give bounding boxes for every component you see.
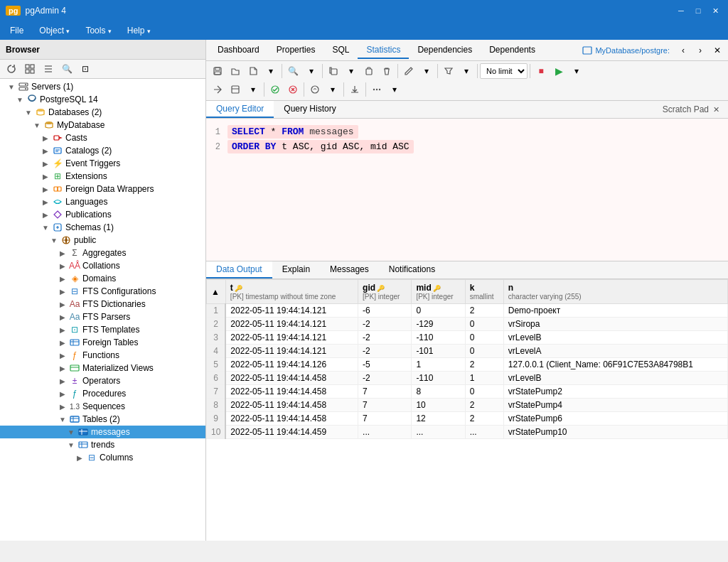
tree-item-procedures[interactable]: ▶ ƒ Procedures (0, 387, 205, 400)
tree-item-servers[interactable]: ▼ Servers (1) (0, 80, 205, 93)
toolbar-open-btn[interactable] (227, 63, 244, 80)
no-limit-select[interactable]: No limit 100 500 1000 (480, 63, 528, 79)
tab-dashboard[interactable]: Dashboard (209, 42, 268, 59)
tree-item-public[interactable]: ▼ public (0, 234, 205, 247)
toolbar-filter-btn[interactable] (440, 63, 457, 80)
results-tab-explain[interactable]: Explain (272, 261, 320, 279)
col-header-gid[interactable]: gid🔑 [PK] integer (358, 280, 412, 304)
results-tab-data[interactable]: Data Output (206, 261, 272, 279)
toolbar-row2-btn1[interactable] (209, 81, 226, 98)
tree-item-fts-dict[interactable]: ▶ Aa FTS Dictionaries (0, 298, 205, 310)
tree-item-extensions[interactable]: ▶ ⊞ Extensions (0, 170, 205, 183)
tree-toggle[interactable]: ▶ (57, 403, 68, 411)
tree-toggle[interactable]: ▼ (65, 428, 77, 436)
tree-toggle[interactable]: ▶ (40, 198, 51, 206)
tree-toggle[interactable]: ▼ (6, 83, 17, 91)
tree-toggle[interactable]: ▶ (74, 454, 85, 462)
tree-item-sequences[interactable]: ▶ 1.3 Sequences (0, 400, 205, 413)
toolbar-filter-dropdown[interactable]: ▾ (458, 63, 475, 80)
tree-item-schemas[interactable]: ▼ Schemas (1) (0, 221, 205, 234)
tree-item-foreign-tables[interactable]: ▶ Foreign Tables (0, 336, 205, 349)
toolbar-edit-btn[interactable] (400, 63, 417, 80)
tree-toggle[interactable]: ▼ (57, 416, 68, 423)
toolbar-copy-btn[interactable] (325, 63, 342, 80)
tree-item-fts-templates[interactable]: ▶ ⊡ FTS Templates (0, 323, 205, 336)
tree-toggle[interactable]: ▶ (40, 211, 51, 219)
tree-toggle[interactable]: ▼ (31, 121, 43, 129)
tree-item-tables[interactable]: ▼ Tables (2) (0, 413, 205, 426)
toolbar-find-dropdown[interactable]: ▾ (303, 63, 320, 80)
tree-item-catalogs[interactable]: ▶ Catalogs (2) (0, 144, 205, 157)
browser-search-btn[interactable]: 🔍 (58, 61, 75, 77)
browser-list-btn[interactable] (40, 61, 57, 77)
tree-item-languages[interactable]: ▶ Languages (0, 195, 205, 208)
tab-close-btn[interactable]: ✕ (710, 43, 725, 58)
toolbar-copy-dropdown[interactable]: ▾ (343, 63, 360, 80)
maximize-button[interactable]: □ (691, 4, 705, 18)
tree-item-postgresql[interactable]: ▼ PostgreSQL 14 (0, 93, 205, 106)
toolbar-savefile-btn[interactable] (245, 63, 262, 80)
tree-item-collations[interactable]: ▶ AÅ Collations (0, 259, 205, 272)
tree-item-event-triggers[interactable]: ▶ ⚡ Event Triggers (0, 157, 205, 170)
tree-toggle[interactable]: ▶ (57, 249, 68, 257)
tree-toggle[interactable]: ▶ (57, 377, 68, 385)
menu-object[interactable]: Object ▾ (32, 23, 77, 38)
tab-sql[interactable]: SQL (323, 42, 358, 59)
col-header-t[interactable]: t🔑 [PK] timestamp without time zone (225, 280, 358, 304)
tree-item-fdw[interactable]: ▶ Foreign Data Wrappers (0, 183, 205, 195)
toolbar-rollback-btn[interactable] (284, 81, 301, 98)
menu-help[interactable]: Help ▾ (120, 23, 158, 38)
results-tab-messages[interactable]: Messages (320, 261, 379, 279)
tree-toggle[interactable]: ▶ (57, 301, 68, 308)
tree-item-databases[interactable]: ▼ Databases (2) (0, 106, 205, 119)
tree-toggle[interactable]: ▶ (40, 134, 51, 142)
browser-terminal-btn[interactable]: ⊡ (77, 61, 94, 77)
toolbar-delete-btn[interactable] (378, 63, 395, 80)
tree-toggle[interactable]: ▶ (57, 288, 68, 296)
col-header-mid[interactable]: mid🔑 [PK] integer (412, 280, 465, 304)
tree-item-trends[interactable]: ▼ trends (0, 438, 205, 451)
tree-item-aggregates[interactable]: ▶ Σ Aggregates (0, 247, 205, 259)
toolbar-more-btn[interactable] (368, 81, 385, 98)
tree-toggle[interactable]: ▼ (40, 224, 51, 232)
tree-item-fts-parsers[interactable]: ▶ Aa FTS Parsers (0, 310, 205, 323)
tab-properties[interactable]: Properties (268, 42, 324, 59)
col-header-k[interactable]: k smallint (465, 280, 503, 304)
toolbar-run-dropdown[interactable]: ▾ (568, 63, 585, 80)
tab-dependencies[interactable]: Dependencies (409, 42, 481, 59)
tree-toggle[interactable]: ▶ (40, 160, 51, 168)
tree-item-functions[interactable]: ▶ ƒ Functions (0, 349, 205, 362)
query-tab-editor[interactable]: Query Editor (206, 101, 274, 118)
tree-toggle[interactable]: ▼ (23, 109, 34, 117)
tree-toggle[interactable]: ▶ (40, 173, 51, 180)
tree-toggle[interactable]: ▶ (57, 364, 68, 372)
toolbar-run-btn[interactable]: ▶ (550, 63, 567, 80)
toolbar-paste-btn[interactable] (360, 63, 378, 80)
tree-toggle[interactable]: ▶ (57, 313, 68, 321)
tree-toggle[interactable]: ▼ (14, 96, 26, 104)
minimize-button[interactable]: ─ (674, 4, 688, 18)
scratch-pad-btn[interactable]: Scratch Pad ✕ (654, 101, 728, 118)
tree-item-domains[interactable]: ▶ ◈ Domains (0, 272, 205, 285)
toolbar-macro-btn[interactable] (306, 81, 323, 98)
toolbar-row2-btn2[interactable] (227, 81, 244, 98)
tree-item-publications[interactable]: ▶ Publications (0, 208, 205, 221)
toolbar-more-dropdown[interactable]: ▾ (386, 81, 403, 98)
tree-item-mydatabase[interactable]: ▼ MyDatabase (0, 119, 205, 131)
toolbar-commit-btn[interactable] (267, 81, 284, 98)
browser-grid-btn[interactable] (21, 61, 38, 77)
tree-item-columns[interactable]: ▶ ⊟ Columns (0, 451, 205, 464)
toolbar-find-btn[interactable]: 🔍 (284, 63, 302, 80)
tree-toggle[interactable]: ▶ (57, 339, 68, 347)
toolbar-savefile-dropdown[interactable]: ▾ (262, 63, 279, 80)
tree-toggle[interactable]: ▶ (57, 326, 68, 334)
browser-refresh-btn[interactable] (3, 61, 20, 77)
tab-dependents[interactable]: Dependents (481, 42, 544, 59)
tab-statistics[interactable]: Statistics (358, 42, 409, 59)
query-tab-history[interactable]: Query History (274, 101, 346, 118)
tree-toggle[interactable]: ▶ (40, 185, 51, 193)
results-tab-notifications[interactable]: Notifications (379, 261, 445, 279)
tree-item-casts[interactable]: ▶ Casts (0, 131, 205, 144)
close-button[interactable]: ✕ (708, 4, 722, 18)
tree-item-mat-views[interactable]: ▶ Materialized Views (0, 362, 205, 374)
